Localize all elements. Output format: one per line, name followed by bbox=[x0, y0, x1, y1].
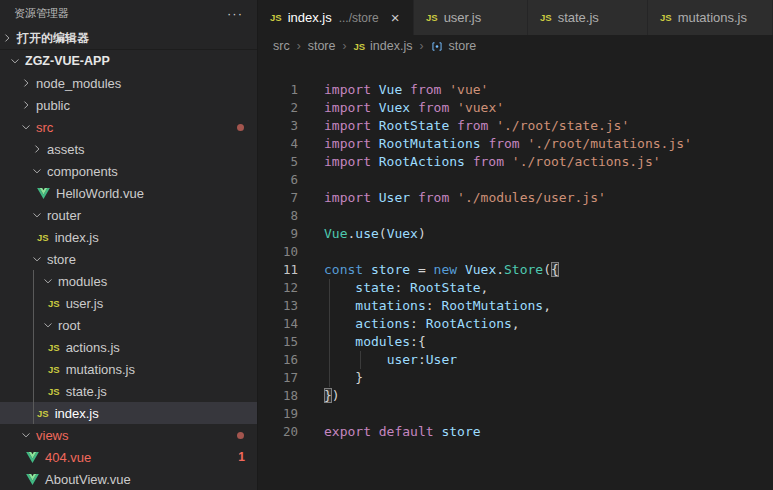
tree-item-state-js[interactable]: JSstate.js bbox=[0, 380, 257, 402]
code-line-7[interactable]: 7import User from './modules/user.js' bbox=[258, 189, 773, 207]
code-line-16[interactable]: 16 user:User bbox=[258, 351, 773, 369]
tree-item-src[interactable]: src bbox=[0, 116, 257, 138]
chevron-down-icon bbox=[19, 428, 33, 442]
code-line-18[interactable]: 18}) bbox=[258, 387, 773, 405]
code-line-5[interactable]: 5import RootActions from './root/actions… bbox=[258, 153, 773, 171]
code-token: RootMutations bbox=[441, 298, 543, 313]
tab-label: state.js bbox=[558, 10, 599, 25]
breadcrumb-item-index.js[interactable]: JSindex.js bbox=[353, 39, 412, 53]
chevron-down-icon bbox=[30, 208, 44, 222]
close-icon[interactable]: × bbox=[391, 10, 400, 25]
chevron-down-icon bbox=[30, 252, 44, 266]
line-number: 14 bbox=[258, 315, 298, 333]
line-number: 13 bbox=[258, 297, 298, 315]
tab-label: mutations.js bbox=[678, 10, 747, 25]
tree-item-root[interactable]: root bbox=[0, 314, 257, 336]
code-line-12[interactable]: 12 state: RootState, bbox=[258, 279, 773, 297]
tree-item-router[interactable]: router bbox=[0, 204, 257, 226]
tree-item-assets[interactable]: assets bbox=[0, 138, 257, 160]
code-line-19[interactable]: 19 bbox=[258, 405, 773, 423]
code-token: actions bbox=[355, 316, 410, 331]
tree-item-mutations-js[interactable]: JSmutations.js bbox=[0, 358, 257, 380]
tree-item-index-js[interactable]: JSindex.js bbox=[0, 226, 257, 248]
tree-item-index-js[interactable]: JSindex.js bbox=[0, 402, 257, 424]
line-content: import RootState from './root/state.js' bbox=[324, 117, 629, 135]
code-line-13[interactable]: 13 mutations: RootMutations, bbox=[258, 297, 773, 315]
tree-item-label: mutations.js bbox=[66, 362, 135, 377]
tree-item-node-modules[interactable]: node_modules bbox=[0, 72, 257, 94]
tree-item-actions-js[interactable]: JSactions.js bbox=[0, 336, 257, 358]
chevron-right-icon bbox=[19, 76, 33, 90]
line-content: import Vuex from 'vuex' bbox=[324, 99, 504, 117]
tree-item-label: components bbox=[47, 164, 118, 179]
code-token: = bbox=[418, 262, 434, 277]
breadcrumb-separator: › bbox=[297, 39, 301, 53]
tree-item-label: root bbox=[58, 318, 80, 333]
code-token: : bbox=[426, 298, 442, 313]
code-line-11[interactable]: 11const store = new Vuex.Store({ bbox=[258, 261, 773, 279]
code-token: user bbox=[387, 352, 418, 367]
code-token: from bbox=[473, 154, 512, 169]
tree-item-views[interactable]: views bbox=[0, 424, 257, 446]
tab-description: .../store bbox=[339, 11, 379, 25]
more-actions-button[interactable]: ··· bbox=[227, 6, 243, 21]
tree-item-public[interactable]: public bbox=[0, 94, 257, 116]
code-token: , bbox=[481, 280, 489, 295]
tree-item-components[interactable]: components bbox=[0, 160, 257, 182]
code-token: state bbox=[355, 280, 394, 295]
js-file-icon: JS bbox=[37, 408, 49, 419]
tree-item-modules[interactable]: modules bbox=[0, 270, 257, 292]
open-editors-section[interactable]: 打开的编辑器 bbox=[0, 27, 257, 50]
breadcrumb-item-store[interactable]: store bbox=[308, 39, 336, 53]
tree-item-store[interactable]: store bbox=[0, 248, 257, 270]
code-line-17[interactable]: 17 } bbox=[258, 369, 773, 387]
error-dot-indicator bbox=[237, 124, 244, 131]
code-line-6[interactable]: 6 bbox=[258, 171, 773, 189]
code-line-3[interactable]: 3import RootState from './root/state.js' bbox=[258, 117, 773, 135]
code-line-15[interactable]: 15 modules:{ bbox=[258, 333, 773, 351]
chevron-right-icon bbox=[0, 31, 14, 45]
line-number: 16 bbox=[258, 351, 298, 369]
vue-file-icon bbox=[37, 188, 50, 199]
tab-mutations-js[interactable]: JSmutations.js bbox=[648, 0, 773, 35]
tree-item-aboutview-vue[interactable]: AboutView.vue bbox=[0, 468, 257, 490]
sidebar-header: 资源管理器 ··· bbox=[0, 0, 257, 27]
tree-item-user-js[interactable]: JSuser.js bbox=[0, 292, 257, 314]
chevron-right-icon bbox=[30, 142, 44, 156]
code-token: , bbox=[512, 316, 520, 331]
code-line-20[interactable]: 20export default store bbox=[258, 423, 773, 441]
line-content: mutations: RootMutations, bbox=[324, 297, 551, 315]
code-line-2[interactable]: 2import Vuex from 'vuex' bbox=[258, 99, 773, 117]
code-line-4[interactable]: 4import RootMutations from './root/mutat… bbox=[258, 135, 773, 153]
tab-user-js[interactable]: JSuser.js bbox=[414, 0, 528, 35]
chevron-down-icon bbox=[30, 164, 44, 178]
code-editor[interactable]: 1import Vue from 'vue'2import Vuex from … bbox=[258, 57, 773, 490]
tab-index-js[interactable]: JSindex.js.../store× bbox=[258, 0, 414, 35]
code-line-8[interactable]: 8 bbox=[258, 207, 773, 225]
chevron-down-icon bbox=[41, 274, 55, 288]
code-line-10[interactable]: 10 bbox=[258, 243, 773, 261]
line-number: 9 bbox=[258, 225, 298, 243]
code-line-1[interactable]: 1import Vue from 'vue' bbox=[258, 81, 773, 99]
tree-item-label: index.js bbox=[55, 406, 99, 421]
line-content: user:User bbox=[324, 351, 457, 369]
code-token: './root/actions.js' bbox=[512, 154, 661, 169]
tree-item-404-vue[interactable]: 404.vue1 bbox=[0, 446, 257, 468]
tab-state-js[interactable]: JSstate.js bbox=[528, 0, 648, 35]
tree-item-helloworld-vue[interactable]: HelloWorld.vue bbox=[0, 182, 257, 204]
indent-guide bbox=[329, 351, 330, 369]
code-token: 'vue' bbox=[449, 82, 488, 97]
code-line-9[interactable]: 9Vue.use(Vuex) bbox=[258, 225, 773, 243]
tree-item-label: 404.vue bbox=[45, 450, 91, 465]
breadcrumb-item-store[interactable]: store bbox=[430, 39, 476, 53]
line-number: 15 bbox=[258, 333, 298, 351]
line-number: 11 bbox=[258, 261, 298, 279]
breadcrumb-item-src[interactable]: src bbox=[273, 39, 290, 53]
js-file-icon: JS bbox=[48, 364, 60, 375]
line-content: import RootMutations from './root/mutati… bbox=[324, 135, 692, 153]
code-token: export bbox=[324, 424, 379, 439]
line-number: 18 bbox=[258, 387, 298, 405]
tab-bar: JSindex.js.../store×JSuser.jsJSstate.jsJ… bbox=[258, 0, 773, 35]
project-root-folder[interactable]: ZGZ-VUE-APP bbox=[0, 50, 257, 72]
code-line-14[interactable]: 14 actions: RootActions, bbox=[258, 315, 773, 333]
